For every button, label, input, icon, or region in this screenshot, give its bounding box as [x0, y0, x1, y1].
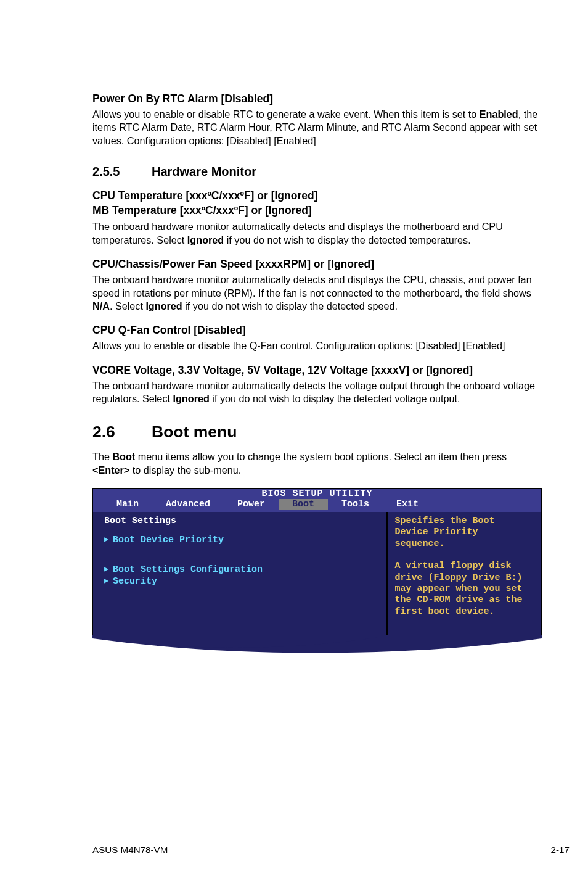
bios-help-line: Device Priority [395, 527, 534, 538]
bios-item-security[interactable]: ▶Security [104, 576, 375, 587]
bios-tabs: Main Advanced Power Boot Tools Exit [93, 499, 541, 512]
bios-help-line: the CD-ROM drive as the [395, 595, 534, 606]
chapter-title: Boot menu [152, 423, 237, 441]
bios-help-line: Specifies the Boot [395, 516, 534, 527]
para-boot-menu: The Boot menu items allow you to change … [92, 450, 542, 477]
tab-exit[interactable]: Exit [383, 499, 432, 510]
para-cpu-mb-temp: The onboard hardware monitor automatical… [92, 220, 542, 247]
chapter-number: 2.6 [92, 423, 152, 442]
bios-curve-bottom [92, 635, 542, 654]
para-fan-speed: The onboard hardware monitor automatical… [92, 273, 542, 313]
bios-help-line: A virtual floppy disk [395, 561, 534, 572]
tab-main[interactable]: Main [103, 499, 152, 510]
bios-left-pane: Boot Settings ▶Boot Device Priority ▶Boo… [93, 512, 388, 635]
para-qfan: Allows you to enable or disable the Q-Fa… [92, 339, 542, 352]
bios-boot-settings-heading: Boot Settings [104, 516, 176, 526]
heading-vcore: VCORE Voltage, 3.3V Voltage, 5V Voltage,… [92, 364, 542, 377]
bios-help-line: sequence. [395, 538, 534, 550]
bios-screenshot: BIOS SETUP UTILITY Main Advanced Power B… [92, 488, 542, 635]
bios-body: Boot Settings ▶Boot Device Priority ▶Boo… [93, 512, 541, 635]
bios-item-boot-settings-config[interactable]: ▶Boot Settings Configuration [104, 564, 375, 575]
tab-tools[interactable]: Tools [328, 499, 383, 510]
heading-cpu-mb-temp: CPU Temperature [xxxºC/xxxºF] or [Ignore… [92, 189, 542, 218]
tab-boot[interactable]: Boot [279, 499, 328, 510]
cpu-temp-line: CPU Temperature [xxxºC/xxxºF] or [Ignore… [92, 189, 317, 202]
triangle-icon: ▶ [104, 576, 113, 585]
heading-hardware-monitor: 2.5.5Hardware Monitor [92, 165, 542, 179]
heading-fan-speed: CPU/Chassis/Power Fan Speed [xxxxRPM] or… [92, 258, 542, 271]
bios-help-line [395, 550, 534, 561]
para-vcore: The onboard hardware monitor automatical… [92, 379, 542, 406]
para-power-on-rtc: Allows you to enable or disable RTC to g… [92, 108, 542, 147]
heading-boot-menu: 2.6Boot menu [92, 423, 542, 442]
heading-power-on-rtc: Power On By RTC Alarm [Disabled] [92, 93, 542, 105]
bios-help-line: first boot device. [395, 606, 534, 617]
bios-title: BIOS SETUP UTILITY [93, 489, 541, 499]
section-number: 2.5.5 [92, 165, 152, 179]
bios-help-line: may appear when you set [395, 584, 534, 595]
heading-qfan: CPU Q-Fan Control [Disabled] [92, 324, 542, 337]
triangle-icon: ▶ [104, 564, 113, 574]
section-title: Hardware Monitor [152, 165, 256, 178]
bios-help-pane: Specifies the Boot Device Priority seque… [388, 512, 541, 635]
bios-help-line: drive (Floppy Drive B:) [395, 572, 534, 584]
triangle-icon: ▶ [104, 535, 113, 544]
bios-item-boot-device-priority[interactable]: ▶Boot Device Priority [104, 535, 375, 545]
tab-power[interactable]: Power [224, 499, 279, 510]
mb-temp-line: MB Temperature [xxxºC/xxxºF] or [Ignored… [92, 204, 312, 217]
tab-advanced[interactable]: Advanced [152, 499, 224, 510]
